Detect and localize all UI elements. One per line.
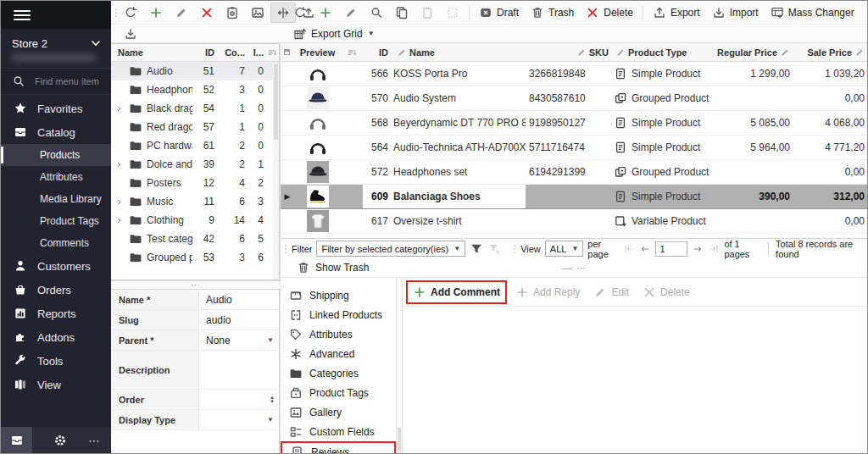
download-button[interactable] — [118, 24, 143, 44]
sidebar-item-catalog[interactable]: Catalog — [1, 120, 111, 144]
filter-drag-handle[interactable]: ⋮ — [281, 245, 287, 253]
col-sku[interactable]: SKU — [526, 47, 614, 58]
menu-search[interactable] — [1, 68, 111, 95]
tab-custom-fields[interactable]: Custom Fields — [281, 422, 396, 441]
paste-button[interactable] — [415, 3, 440, 23]
clear-filter-icon[interactable] — [487, 242, 501, 256]
mass-changer-button[interactable]: Mass Changer — [765, 3, 860, 23]
expand-chevron-icon[interactable] — [114, 104, 125, 114]
product-row-568[interactable]: 568Beyerdynamic DT 770 PRO 80 C919895012… — [281, 111, 867, 136]
product-row-564[interactable]: 564Audio-Technica ATH-AD700X A5711716474… — [281, 136, 867, 160]
form-field-parent-[interactable]: None▼ — [199, 330, 279, 350]
horizontal-splitter[interactable]: ⋯ — [111, 280, 280, 290]
delete-button[interactable] — [194, 3, 220, 23]
more-options-button[interactable]: ⋯ — [88, 434, 101, 447]
export-grid-button[interactable]: Export Grid▼ — [287, 24, 381, 44]
form-field-display-type[interactable]: ▼ — [199, 410, 279, 429]
sidebar-item-reports[interactable]: Reports — [1, 302, 111, 325]
sidebar-item-product-tags[interactable]: Product Tags — [1, 210, 111, 232]
image-button[interactable] — [245, 3, 270, 23]
detail-splitter-handle[interactable]: — ⋯ — [562, 263, 586, 274]
sidebar-item-attributes[interactable]: Attributes — [1, 166, 111, 188]
previous-page-button[interactable] — [639, 243, 651, 255]
addons-button[interactable]: Addons▼ — [860, 3, 868, 23]
category-row-dolce-and-caban[interactable]: Dolce and Caban3921 — [111, 155, 279, 174]
spinner-arrows-icon[interactable]: ▲▼ — [270, 396, 275, 404]
sidebar-item-media-library[interactable]: Media Library — [1, 188, 111, 210]
catalog-mode-button[interactable] — [1, 427, 32, 453]
category-row-clothing[interactable]: Clothing9144 — [111, 211, 279, 230]
col-sale-price[interactable]: Sale Price — [795, 47, 867, 58]
next-page-button[interactable] — [692, 243, 704, 255]
sidebar-item-comments[interactable]: Comments — [1, 232, 111, 254]
filter-select[interactable]: Filter by selected category(ies) ▼ — [316, 241, 465, 257]
first-page-button[interactable] — [623, 243, 635, 255]
expand-chevron-icon[interactable] — [114, 216, 125, 225]
toolbar-drag-handle[interactable]: ⋮ — [281, 8, 287, 17]
col-id[interactable]: ID — [363, 47, 393, 58]
delete-comment-button[interactable]: Delete — [637, 282, 695, 302]
store-selector[interactable]: Store 2 — [1, 29, 111, 51]
category-row-test-category[interactable]: Test category4265 — [111, 230, 279, 248]
tree-sort-button[interactable] — [267, 47, 279, 58]
tab-shipping[interactable]: Shipping — [281, 285, 396, 305]
form-field-order[interactable]: ▲▼ — [199, 390, 279, 409]
edit-button[interactable] — [169, 3, 194, 23]
pagination-drag-handle[interactable]: ⋮ — [509, 245, 516, 253]
sidebar-item-view[interactable]: View — [1, 373, 111, 396]
copy-button[interactable] — [389, 3, 415, 23]
form-field-slug[interactable]: audio — [199, 310, 279, 329]
add-comment-button[interactable]: Add Comment — [406, 280, 507, 304]
sidebar-item-tools[interactable]: Tools — [1, 349, 111, 373]
form-field-description[interactable] — [199, 351, 279, 389]
settings-button[interactable] — [44, 427, 75, 453]
tabs-scrollbar[interactable] — [396, 278, 403, 453]
search-button[interactable] — [364, 3, 389, 23]
product-row-570[interactable]: 570Audio System8430587610Grouped Product… — [281, 86, 867, 111]
show-trash-label[interactable]: Show Trash — [315, 262, 369, 274]
add-button[interactable] — [143, 3, 169, 23]
import-button[interactable]: Import — [706, 3, 765, 23]
sidebar-item-favorites[interactable]: Favorites — [1, 97, 111, 120]
category-row-pc-hardware[interactable]: PC hardware6120 — [111, 136, 279, 155]
export-button[interactable]: Export — [647, 3, 706, 23]
sidebar-item-orders[interactable]: Orders — [1, 278, 111, 302]
preview-button[interactable] — [220, 3, 245, 23]
apply-filter-icon[interactable] — [470, 242, 483, 256]
category-row-posters[interactable]: Posters1242 — [111, 174, 279, 192]
col-regular-price[interactable]: Regular Price — [717, 47, 795, 58]
sidebar-item-addons[interactable]: Addons — [1, 325, 111, 349]
category-row-grouped-product[interactable]: Grouped product5336 — [111, 248, 279, 267]
paste-special-button[interactable] — [440, 3, 465, 23]
col-name[interactable]: Name — [393, 47, 526, 58]
refresh-button[interactable] — [118, 3, 143, 23]
tab-product-tags[interactable]: Product Tags — [281, 383, 396, 402]
tab-gallery[interactable]: Gallery — [281, 402, 396, 422]
col-preview[interactable]: Preview — [294, 47, 341, 58]
refresh-button[interactable] — [287, 3, 313, 23]
category-row-black-dragons[interactable]: Black dragons5410 — [111, 99, 279, 118]
expand-chevron-icon[interactable] — [114, 160, 125, 169]
product-row-617[interactable]: 617Oversize t-shirtVariable Product0,000 — [281, 209, 867, 234]
toolbar-drag-handle[interactable]: ⋮ — [111, 8, 118, 17]
tab-reviews[interactable]: Reviews — [281, 441, 396, 453]
menu-search-input[interactable] — [33, 75, 106, 87]
category-row-audio[interactable]: Audio5170 — [111, 62, 279, 80]
tab-advanced[interactable]: Advanced — [281, 344, 396, 363]
product-row-566[interactable]: 566KOSS Porta Pro3266819848Simple Produc… — [281, 62, 867, 86]
product-row-572[interactable]: 572Headphones set6194291399Grouped Produ… — [281, 160, 867, 185]
hamburger-menu-icon[interactable] — [14, 8, 31, 23]
sidebar-item-customers[interactable]: Customers — [1, 254, 111, 278]
tree-col-count[interactable]: Co... — [218, 47, 248, 58]
category-row-music[interactable]: Music1163 — [111, 192, 279, 211]
col-sort-button[interactable] — [341, 47, 363, 58]
expand-chevron-icon[interactable] — [114, 197, 125, 207]
tree-col-name[interactable]: Name — [111, 47, 192, 58]
tab-linked-products[interactable]: Linked Products — [281, 305, 396, 324]
tree-scrollbar[interactable] — [273, 63, 279, 280]
tree-col-extra[interactable]: I... — [248, 47, 267, 58]
page-number-input[interactable] — [655, 241, 687, 257]
page-size-select[interactable]: ALL ▼ — [545, 241, 584, 257]
add-button[interactable] — [313, 3, 338, 23]
sidebar-item-products[interactable]: Products — [1, 144, 111, 166]
